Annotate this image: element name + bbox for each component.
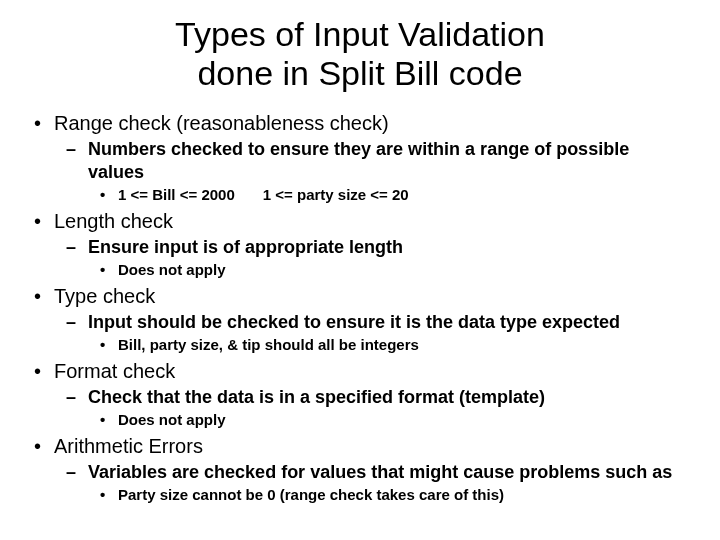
item-range-check: Range check (reasonableness check) Numbe… xyxy=(54,111,690,205)
item-format-check: Format check Check that the data is in a… xyxy=(54,359,690,430)
item-detail: Party size cannot be 0 (range check take… xyxy=(118,485,690,505)
sub-text: Ensure input is of appropriate length xyxy=(88,237,403,257)
item-label: Format check xyxy=(54,360,175,382)
item-type-check: Type check Input should be checked to en… xyxy=(54,284,690,355)
item-detail: 1 <= Bill <= 20001 <= party size <= 20 xyxy=(118,185,690,205)
item-sub: Variables are checked for values that mi… xyxy=(88,461,690,505)
sub-text: Input should be checked to ensure it is … xyxy=(88,312,620,332)
item-arithmetic-errors: Arithmetic Errors Variables are checked … xyxy=(54,434,690,505)
detail-text: Does not apply xyxy=(118,411,226,428)
item-sub: Check that the data is in a specified fo… xyxy=(88,386,690,430)
item-sub: Numbers checked to ensure they are withi… xyxy=(88,138,690,205)
item-length-check: Length check Ensure input is of appropri… xyxy=(54,209,690,280)
detail-b: 1 <= party size <= 20 xyxy=(263,186,409,203)
item-detail: Bill, party size, & tip should all be in… xyxy=(118,335,690,355)
title-line-1: Types of Input Validation xyxy=(175,15,545,53)
item-label: Range check (reasonableness check) xyxy=(54,112,389,134)
item-label: Type check xyxy=(54,285,155,307)
sub-text: Variables are checked for values that mi… xyxy=(88,462,672,482)
item-label: Length check xyxy=(54,210,173,232)
bullet-list: Range check (reasonableness check) Numbe… xyxy=(30,111,690,505)
slide-title: Types of Input Validation done in Split … xyxy=(30,15,690,93)
detail-a: 1 <= Bill <= 2000 xyxy=(118,186,235,203)
item-sub: Input should be checked to ensure it is … xyxy=(88,311,690,355)
sub-text: Check that the data is in a specified fo… xyxy=(88,387,545,407)
sub-text: Numbers checked to ensure they are withi… xyxy=(88,139,629,182)
item-label: Arithmetic Errors xyxy=(54,435,203,457)
slide: Types of Input Validation done in Split … xyxy=(0,0,720,540)
title-line-2: done in Split Bill code xyxy=(197,54,522,92)
detail-text: Does not apply xyxy=(118,261,226,278)
detail-text: Party size cannot be 0 (range check take… xyxy=(118,486,504,503)
detail-text: Bill, party size, & tip should all be in… xyxy=(118,336,419,353)
item-detail: Does not apply xyxy=(118,260,690,280)
item-detail: Does not apply xyxy=(118,410,690,430)
item-sub: Ensure input is of appropriate length Do… xyxy=(88,236,690,280)
